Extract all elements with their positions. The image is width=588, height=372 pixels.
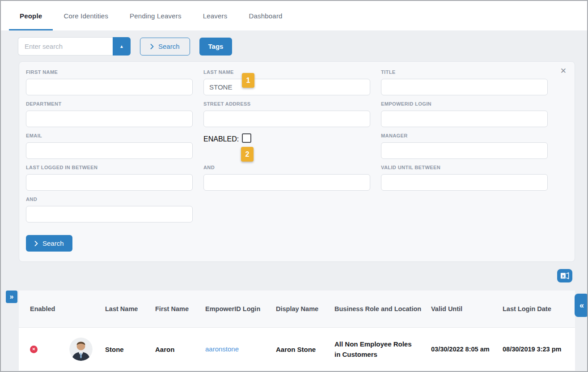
last-name-field: LAST NAME <box>203 69 370 95</box>
tab-label: Core Identities <box>63 12 108 20</box>
empowerid-login-label: EMPOWERID LOGIN <box>381 101 548 107</box>
empowerid-login-link[interactable]: aaronstone <box>205 345 239 353</box>
department-field: DEPARTMENT <box>26 101 193 127</box>
tab-leavers[interactable]: Leavers <box>192 1 238 30</box>
search-button[interactable]: Search <box>140 38 190 56</box>
svg-text:X: X <box>562 274 564 278</box>
tab-label: Pending Leavers <box>130 12 182 20</box>
tab-label: People <box>20 12 42 20</box>
people-table: Enabled Last Name First Name EmpowerID L… <box>19 291 575 371</box>
tab-label: Dashboard <box>249 12 282 20</box>
enabled-status-cell: ✕ <box>30 346 69 353</box>
and-first-label: AND <box>203 165 370 170</box>
empowerid-login-cell: aaronstone <box>205 345 276 353</box>
and-first-input[interactable] <box>203 174 370 191</box>
table-header-row: Enabled Last Name First Name EmpowerID L… <box>19 291 575 327</box>
col-header-first-name[interactable]: First Name <box>155 305 205 312</box>
department-input[interactable] <box>26 111 193 127</box>
search-toolbar: ▲ Search Tags <box>18 37 587 56</box>
last-login-date-cell: 08/30/2019 3:23 pm <box>503 346 564 353</box>
enabled-label: ENABLED: <box>203 135 239 143</box>
street-address-input[interactable] <box>203 111 370 127</box>
tab-dashboard[interactable]: Dashboard <box>238 1 293 30</box>
photo-cell <box>69 338 105 361</box>
avatar <box>69 338 93 361</box>
email-label: EMAIL <box>26 133 193 138</box>
export-row: X <box>1 269 572 282</box>
tags-button[interactable]: Tags <box>199 38 233 56</box>
email-input[interactable] <box>26 142 193 159</box>
tab-pending-leavers[interactable]: Pending Leavers <box>119 1 192 30</box>
quick-search-input[interactable] <box>18 37 113 56</box>
col-header-display-name[interactable]: Display Name <box>276 305 334 312</box>
valid-until-between-input[interactable] <box>381 174 548 191</box>
manager-field: MANAGER <box>381 133 548 159</box>
col-header-enabled[interactable]: Enabled <box>30 305 69 312</box>
first-name-cell: Aaron <box>155 346 205 353</box>
street-address-label: STREET ADDRESS <box>203 101 370 107</box>
advanced-search-submit-button[interactable]: Search <box>26 235 72 252</box>
excel-export-button[interactable]: X <box>557 269 572 282</box>
manager-label: MANAGER <box>381 133 548 138</box>
first-name-label: FIRST NAME <box>26 69 193 75</box>
email-field: EMAIL <box>26 133 193 159</box>
first-name-input[interactable] <box>26 79 193 95</box>
annotation-badge-1: 1 <box>242 73 254 88</box>
last-logged-in-between-label: LAST LOGGED IN BETWEEN <box>26 165 193 170</box>
annotation-badge-2: 2 <box>241 147 254 162</box>
last-name-input[interactable] <box>203 79 370 95</box>
and-second-field: AND <box>26 197 193 222</box>
empowerid-people-screen: People Core Identities Pending Leavers L… <box>0 0 588 372</box>
expand-panel-button[interactable]: » <box>6 291 17 303</box>
display-name-cell: Aaron Stone <box>276 346 334 353</box>
close-icon[interactable]: ✕ <box>560 67 567 75</box>
title-label: TITLE <box>381 69 548 75</box>
empowerid-login-input[interactable] <box>381 111 548 127</box>
chevron-right-icon <box>34 241 38 246</box>
last-logged-in-between-input[interactable] <box>26 174 193 191</box>
tab-core-identities[interactable]: Core Identities <box>53 1 119 30</box>
last-logged-in-between-field: LAST LOGGED IN BETWEEN <box>26 165 193 191</box>
title-field: TITLE <box>381 69 548 95</box>
enabled-checkbox[interactable] <box>242 133 251 143</box>
business-role-cell: All Non Employee Roles in Customers <box>334 339 431 360</box>
valid-until-between-label: VALID UNTIL BETWEEN <box>381 165 548 170</box>
tab-bar: People Core Identities Pending Leavers L… <box>1 1 587 30</box>
excel-icon: X <box>560 271 570 280</box>
tab-people[interactable]: People <box>9 1 53 30</box>
disabled-status-icon: ✕ <box>30 346 38 353</box>
results-grid-section: » « Enabled Last Name First Name Empower… <box>1 291 587 371</box>
tab-label: Leavers <box>203 12 228 20</box>
street-address-field: STREET ADDRESS <box>203 101 370 127</box>
search-dropdown-button[interactable]: ▲ <box>113 37 131 56</box>
valid-until-cell: 03/30/2022 8:05 am <box>431 346 503 353</box>
quick-search-group: ▲ <box>18 37 131 56</box>
filter-fields-grid: FIRST NAME LAST NAME TITLE DEPARTMENT ST… <box>26 69 548 252</box>
col-header-business-role[interactable]: Business Role and Location <box>334 305 431 312</box>
collapse-panel-button[interactable]: « <box>575 294 588 317</box>
col-header-valid-until[interactable]: Valid Until <box>431 305 503 312</box>
last-name-cell: Stone <box>105 346 155 353</box>
and-second-label: AND <box>26 197 193 202</box>
and-second-input[interactable] <box>26 206 193 222</box>
table-row[interactable]: ✕ <box>19 327 575 371</box>
search-button-label: Search <box>158 43 180 50</box>
col-header-last-login-date[interactable]: Last Login Date <box>503 305 564 312</box>
manager-input[interactable] <box>381 142 548 159</box>
and-first-field: AND <box>203 165 370 191</box>
valid-until-between-field: VALID UNTIL BETWEEN <box>381 165 548 191</box>
triangle-up-icon: ▲ <box>119 44 124 49</box>
first-name-field: FIRST NAME <box>26 69 193 95</box>
department-label: DEPARTMENT <box>26 101 193 107</box>
col-header-last-name[interactable]: Last Name <box>105 305 155 312</box>
advanced-search-panel: ✕ 1 2 FIRST NAME LAST NAME TITLE DEPARTM… <box>19 61 575 262</box>
enabled-field: ENABLED: <box>203 133 370 159</box>
last-name-label: LAST NAME <box>203 69 370 75</box>
col-header-empowerid-login[interactable]: EmpowerID Login <box>205 305 276 312</box>
empowerid-login-field: EMPOWERID LOGIN <box>381 101 548 127</box>
chevron-right-icon <box>150 44 154 49</box>
title-input[interactable] <box>381 79 548 95</box>
advanced-search-submit-label: Search <box>42 239 64 247</box>
